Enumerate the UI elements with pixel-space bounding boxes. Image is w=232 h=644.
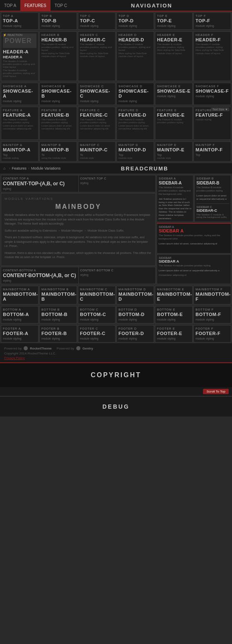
header-d-sub: The Header-D module provides position, s… — [118, 43, 152, 52]
debug-bar: DEBUG — [0, 396, 232, 417]
top-f-title: TOP-F — [196, 18, 229, 23]
top-cell-c[interactable]: TOP C TOP-C module styling — [78, 12, 116, 30]
footer-cell-d[interactable]: FOOTER D FOOTER-D module styling — [116, 325, 154, 342]
showcase-b-title: SHOWCASE-B — [41, 89, 75, 98]
header-cell-c[interactable]: HEADER C HEADER-C The Header-C module pr… — [78, 31, 116, 81]
sidebar-cell-a[interactable]: SIDEBAR A SIDEBAR-A The Sidebar-A module… — [157, 175, 193, 222]
content-top-bar: CONTENT-TOP A CONTENT-TOP-(A,B, or C) st… — [1, 175, 156, 192]
footer-cell-a[interactable]: FOOTER A FOOTER-A module styling — [1, 325, 39, 342]
mainbottom-f-title: MAINBOTTOM-F — [196, 292, 229, 302]
feature-d-tiny: Lorem ipsum dolor sit amet, consectetur … — [118, 124, 152, 130]
header-b-title: HEADER-B — [41, 37, 75, 42]
header-a-title: HEADER-A — [3, 49, 36, 54]
sidebar-a-label: SIDEBAR A — [159, 177, 191, 180]
privacy-policy-link[interactable]: Privacy Policy — [4, 356, 25, 360]
feature-cell-d[interactable]: FEATURE D FEATURE-D The Feature-D module… — [116, 107, 154, 140]
brand1-text[interactable]: RocketTheme — [30, 347, 51, 350]
footer-f-sub: module styling — [196, 337, 229, 340]
showcase-cell-f[interactable]: SHOWCASE F SHOWCASE-F module styling — [193, 83, 231, 105]
header-d-tiny: More styling for Side/Side module class … — [118, 52, 152, 58]
sidebar-d-cell[interactable]: SIDEBAR SIDEBAR A The Sidebar-A module p… — [157, 254, 231, 284]
footer-cell-c[interactable]: FOOTER C FOOTER-C module styling — [78, 325, 116, 342]
feature-cell-a[interactable]: FEATURE A FEATURE-A The Feature-A module… — [1, 107, 39, 140]
mainbottom-cell-b[interactable]: MAINBOTTOM B MAINBOTTOM-B — [39, 286, 77, 304]
showcase-cell-b[interactable]: SHOWCASE B SHOWCASE-B module styling — [39, 83, 77, 105]
nav-item-top-a[interactable]: TOP A — [0, 0, 20, 11]
footer-cell-f[interactable]: FOOTER F FOOTER-F module styling — [193, 325, 231, 342]
showcase-b-sub: module styling — [41, 99, 75, 103]
svg-point-0 — [24, 346, 28, 350]
mainbottom-cell-f[interactable]: MAINBOTTOM F MAINBOTTOM-F — [193, 286, 231, 304]
content-top-a-sub: styling — [3, 187, 77, 190]
header-cell-d[interactable]: HEADER D HEADER-D The Header-D module pr… — [116, 31, 154, 81]
scroll-to-top-button[interactable]: Scroll To Top — [203, 389, 229, 394]
footer-cell-b[interactable]: FOOTER B FOOTER-B module styling — [39, 325, 77, 342]
showcase-c-sub: module styling — [80, 99, 114, 103]
mainbottom-cell-a[interactable]: MAINBOTTOM A MAINBOTTOM-A — [1, 286, 39, 304]
bottom-cell-a[interactable]: BOTTOM A BOTTOM-A module styling — [1, 306, 39, 323]
bottom-cell-e[interactable]: BOTTOM E BOTTOM-E module styling — [155, 306, 193, 323]
feature-cell-c[interactable]: FEATURE C FEATURE-C The Feature-C module… — [78, 107, 116, 140]
top-e-label: TOP E — [157, 14, 191, 17]
breadcrumb-features[interactable]: Features — [12, 166, 27, 170]
bottom-cell-c[interactable]: BOTTOM C BOTTOM-C module styling — [78, 306, 116, 323]
maintop-cell-d[interactable]: MAINTOP D MAINTOP-D Top module style — [116, 141, 154, 162]
maintop-c-sub: To — [80, 153, 114, 157]
showcase-cell-c[interactable]: SHOWCASE C SHOWCASE-C module styling — [78, 83, 116, 105]
content-bottom-a: CONTENT-BOTTOM A CONTENT-BOTTOM-(A,B, or… — [1, 267, 78, 284]
maintop-c-title: MAINTOP-C — [80, 147, 114, 152]
sidebar-b-title: SIDEBAR-B — [196, 181, 229, 185]
header-e-title: HEADER-E — [157, 37, 191, 42]
sidebar-d-sub: The Sidebar-A module provides position s… — [159, 264, 229, 268]
content-top-c-label: CONTENT-TOP C — [80, 177, 154, 180]
mainbottom-d-title: MAINBOTTOM-D — [118, 292, 152, 302]
top-cell-e[interactable]: TOP E TOP-E module styling — [155, 12, 193, 30]
maintop-cell-c[interactable]: MAINTOP C MAINTOP-C To module style — [78, 141, 116, 162]
sidebar-cell-b[interactable]: SIDEBAR B SIDEBAR-B The Sidebar-B module… — [194, 175, 231, 222]
maintop-b-title: MAINTOP-B — [41, 147, 75, 152]
mainbottom-b-label: MAINBOTTOM B — [41, 288, 75, 291]
header-cell-a[interactable]: ⚡ REACTION POWER HEADER-A HEADER A The H… — [1, 31, 39, 81]
showcase-cell-d[interactable]: SHOWCASE D SHOWCASE-D module styling — [116, 83, 154, 105]
home-icon[interactable]: ⌂ — [3, 166, 5, 170]
nav-item-features[interactable]: FEATURES — [20, 0, 51, 11]
maintop-cell-b[interactable]: MAINTOP B MAINTOP-B To using the module … — [39, 141, 77, 162]
top-cell-d[interactable]: TOP D TOP-D module styling — [116, 12, 154, 30]
sidebar-a-red[interactable]: SIDEBAR A SIDEBAR A The Sidebar-A module… — [157, 223, 231, 253]
header-c-title: HEADER-C — [80, 37, 114, 42]
footer-e-title: FOOTER-E — [157, 331, 191, 336]
footer-c-sub: module styling — [80, 337, 114, 340]
mainbottom-f-label: MAINBOTTOM F — [196, 288, 229, 291]
feature-cell-f[interactable]: FEATURE F FEATURE-F module styling — [193, 107, 231, 140]
mainbottom-cell-d[interactable]: MAINBOTTOM D MAINBOTTOM-D — [116, 286, 154, 304]
mainbottom-a-title: MAINBOTTOM-A — [3, 292, 36, 302]
footer-cell-e[interactable]: FOOTER E FOOTER-E module styling — [155, 325, 193, 342]
header-cell-e[interactable]: HEADER E HEADER-E The Header-E module pr… — [155, 31, 193, 81]
bottom-d-title: BOTTOM-D — [118, 312, 152, 317]
sidebar-a-text1: Job Sidebar positions is l being in inte… — [159, 198, 191, 220]
showcase-cell-e[interactable]: SHOWCASE E SHOWCASE-E module styling — [155, 83, 193, 105]
maintop-cell-e[interactable]: MAINTOP E MAINTOP-E Top module style — [155, 141, 193, 162]
breadcrumb-module-variations[interactable]: Module Variations — [31, 166, 60, 170]
maintop-cell-a[interactable]: MAINTOP A MAINTOP-A Top module styling — [1, 141, 39, 162]
bottom-cell-b[interactable]: BOTTOM B BOTTOM-B module styling — [39, 306, 77, 323]
top-cell-a[interactable]: TOP A TOP-A module styling — [1, 12, 39, 30]
mainbody-text-1: Module Variations allow for the module s… — [5, 213, 152, 226]
top-cell-f[interactable]: TOP F TOP-F module styling — [193, 12, 231, 30]
top-cell-b[interactable]: TOP B TOP-B module styling — [39, 12, 77, 30]
bottom-cell-d[interactable]: BOTTOM D BOTTOM-D module styling — [116, 306, 154, 323]
header-cell-b[interactable]: HEADER B HEADER-B The Header-B module pr… — [39, 31, 77, 81]
feature-cell-e[interactable]: FEATURE E FEATURE-E The Feature-E module… — [155, 107, 193, 140]
sidebar-c-label: SIDEBAR C — [196, 206, 229, 208]
showcase-cell-a[interactable]: SHOWCASE A SHOWCASE-A module styling — [1, 83, 39, 105]
header-cell-f[interactable]: HEADER F HEADER-F The Header-F module pr… — [193, 31, 231, 81]
brand2-text[interactable]: Gentry — [82, 347, 93, 350]
mainbottom-cell-c[interactable]: MAINBOTTOM C MAINBOTTOM-C — [78, 286, 116, 304]
feature-a-tiny: Lorem ipsum dolor sit amet, consectetur … — [3, 124, 36, 130]
maintop-cell-f[interactable]: MAINTOP F MAINTOP-F Top — [193, 141, 231, 162]
bottom-cell-f[interactable]: BOTTOM F BOTTOM-F module styling — [193, 306, 231, 323]
feature-cell-b[interactable]: FEATURE B FEATURE-B The Feature-B module… — [39, 107, 77, 140]
feature-b-sub: The Feature-B module provides position s… — [41, 118, 75, 124]
nav-item-top-c[interactable]: TOP C — [51, 0, 71, 11]
mainbottom-cell-e[interactable]: MAINBOTTOM E MAINBOTTOM-E — [155, 286, 193, 304]
